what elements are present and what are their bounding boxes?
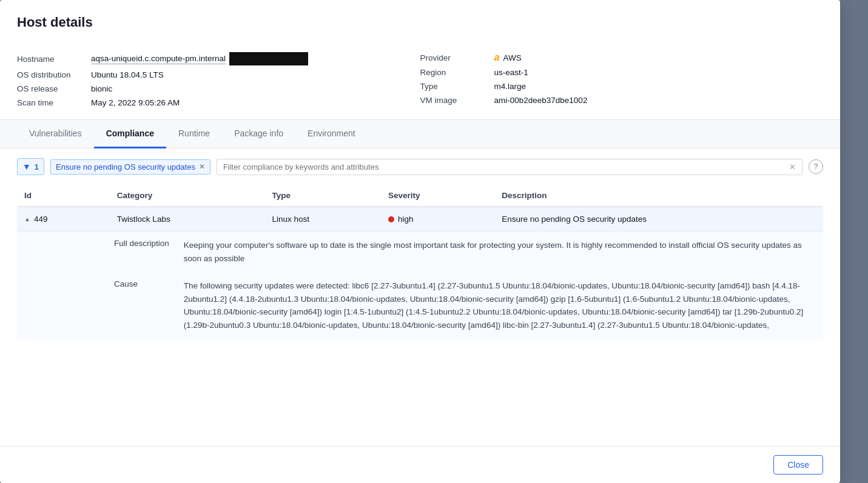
col-type: Type — [265, 185, 381, 207]
filter-tag-text: Ensure no pending OS security updates — [56, 162, 195, 172]
detail-row: Full description Keeping your computer's… — [17, 232, 823, 339]
redacted-box — [229, 52, 308, 65]
hostname-row: Hostname aqsa-uniqueid.c.compute-pm.inte… — [17, 52, 420, 65]
table-body: ▲ 449 Twistlock Labs Linux host high — [17, 207, 823, 339]
tab-vulnerabilities[interactable]: Vulnerabilities — [17, 120, 94, 148]
modal-header: Host details — [0, 0, 840, 40]
cell-category: Twistlock Labs — [110, 207, 265, 232]
cause-content: The following security updates were dete… — [177, 272, 823, 339]
detail-full-description-row: Full description Keeping your computer's… — [17, 232, 823, 272]
hostname-label: Hostname — [17, 55, 84, 64]
os-dist-value: Ubuntu 18.04.5 LTS — [91, 70, 164, 79]
hostname-value: aqsa-uniqueid.c.compute-pm.internal — [91, 52, 308, 65]
modal-footer: Close — [0, 446, 840, 483]
provider-value: a AWS — [494, 52, 522, 63]
cell-type: Linux host — [265, 207, 381, 232]
filter-clear-icon[interactable]: ✕ — [789, 162, 796, 172]
filter-input-wrap: ✕ — [217, 159, 802, 175]
detail-cause-row: Cause The following security updates wer… — [17, 272, 823, 339]
host-details-modal: Host details Hostname aqsa-uniqueid.c.co… — [0, 0, 840, 483]
tabs-bar: Vulnerabilities Compliance Runtime Packa… — [0, 120, 840, 148]
type-label: Type — [420, 82, 487, 91]
os-release-row: OS release bionic — [17, 84, 420, 93]
region-value: us-east-1 — [494, 68, 528, 77]
os-dist-row: OS distribution Ubuntu 18.04.5 LTS — [17, 70, 420, 79]
cell-severity: high — [381, 207, 494, 232]
scan-time-label: Scan time — [17, 98, 84, 107]
provider-label: Provider — [420, 53, 487, 62]
chevron-up-icon: ▲ — [24, 216, 30, 222]
vm-image-row: VM image ami-00b2deeb37dbe1002 — [420, 96, 824, 105]
vm-image-label: VM image — [420, 96, 487, 105]
region-label: Region — [420, 68, 487, 77]
tab-environment[interactable]: Environment — [295, 120, 368, 148]
filter-count: 1 — [35, 162, 39, 172]
os-release-value: bionic — [91, 84, 112, 93]
type-row: Type m4.large — [420, 82, 824, 91]
full-description-label: Full description — [17, 232, 177, 272]
detail-cell: Full description Keeping your computer's… — [17, 232, 823, 339]
help-icon-text: ? — [814, 162, 818, 171]
severity-dot-high — [388, 216, 394, 222]
host-info-section: Hostname aqsa-uniqueid.c.compute-pm.inte… — [0, 40, 840, 120]
region-row: Region us-east-1 — [420, 68, 824, 77]
col-description: Description — [494, 185, 823, 207]
tab-compliance[interactable]: Compliance — [94, 120, 166, 148]
cell-description: Ensure no pending OS security updates — [494, 207, 823, 232]
filter-icon: ▼ — [22, 162, 31, 172]
cell-id: ▲ 449 — [17, 207, 110, 232]
filter-input[interactable] — [223, 162, 786, 172]
scan-time-value: May 2, 2022 9:05:26 AM — [91, 98, 180, 107]
col-category: Category — [110, 185, 265, 207]
tab-package-info[interactable]: Package info — [222, 120, 295, 148]
os-release-label: OS release — [17, 84, 84, 93]
scan-time-row: Scan time May 2, 2022 9:05:26 AM — [17, 98, 420, 107]
help-icon[interactable]: ? — [809, 159, 823, 174]
tab-runtime[interactable]: Runtime — [166, 120, 222, 148]
compliance-table: Id Category Type Severity Description ▲ … — [17, 185, 823, 339]
hostname-text: aqsa-uniqueid.c.compute-pm.internal — [91, 54, 226, 64]
vm-image-value: ami-00b2deeb37dbe1002 — [494, 96, 588, 105]
severity-value: high — [398, 215, 414, 224]
provider-text: AWS — [503, 53, 521, 62]
row-id-value: 449 — [34, 215, 48, 224]
type-value: m4.large — [494, 82, 527, 91]
os-dist-label: OS distribution — [17, 70, 84, 79]
full-description-content: Keeping your computer's software up to d… — [177, 232, 823, 272]
table-header: Id Category Type Severity Description — [17, 185, 823, 207]
cause-label: Cause — [17, 272, 177, 339]
provider-row: Provider a AWS — [420, 52, 824, 63]
host-info-left: Hostname aqsa-uniqueid.c.compute-pm.inte… — [17, 52, 420, 107]
filter-icon-group[interactable]: ▼ 1 — [17, 158, 44, 175]
filter-tag[interactable]: Ensure no pending OS security updates ✕ — [50, 159, 210, 175]
table-row[interactable]: ▲ 449 Twistlock Labs Linux host high — [17, 207, 823, 232]
modal-overlay: Host details Hostname aqsa-uniqueid.c.co… — [0, 0, 868, 483]
modal-title: Host details — [17, 15, 823, 30]
col-id: Id — [17, 185, 110, 207]
compliance-table-wrap: Id Category Type Severity Description ▲ … — [0, 185, 840, 446]
filter-bar: ▼ 1 Ensure no pending OS security update… — [0, 148, 840, 185]
close-button[interactable]: Close — [773, 455, 823, 475]
col-severity: Severity — [381, 185, 494, 207]
host-info-right: Provider a AWS Region us-east-1 Type m4.… — [420, 52, 824, 107]
aws-icon: a — [494, 52, 500, 63]
filter-tag-close-icon[interactable]: ✕ — [199, 162, 205, 171]
